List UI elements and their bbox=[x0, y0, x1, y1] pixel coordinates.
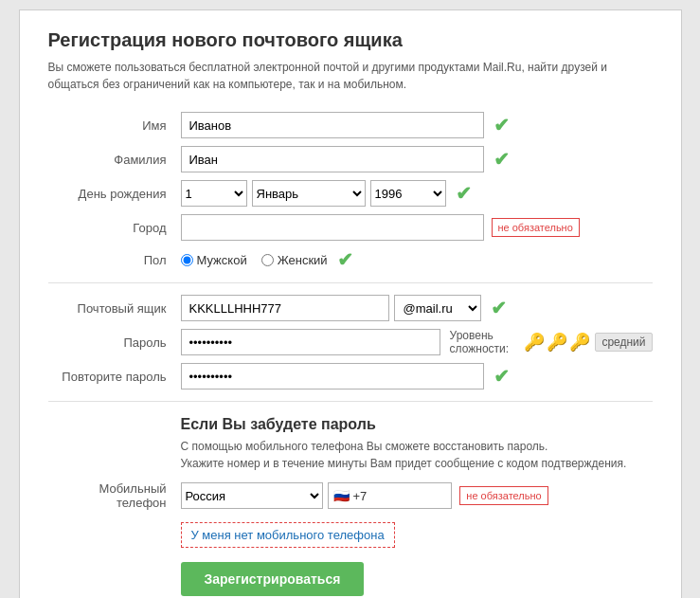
password-input[interactable] bbox=[181, 329, 440, 355]
city-row: Город не обязательно bbox=[48, 214, 653, 241]
phone-number-input[interactable] bbox=[370, 484, 446, 507]
page-title: Регистрация нового почтового ящика bbox=[48, 29, 653, 51]
confirm-password-check: ✔ bbox=[494, 365, 510, 388]
last-name-row: Фамилия ✔ bbox=[48, 146, 653, 172]
dob-check: ✔ bbox=[456, 182, 472, 205]
password-row: Пароль Уровень сложности: 🔑 🔑 🔑 средний bbox=[48, 329, 653, 355]
confirm-password-input[interactable] bbox=[181, 363, 484, 390]
gender-male-label[interactable]: Мужской bbox=[181, 253, 247, 267]
email-row: Почтовый ящик @mail.ru @inbox.ru @list.r… bbox=[48, 295, 653, 321]
page-subtitle: Вы сможете пользоваться бесплатной элект… bbox=[48, 59, 653, 93]
phone-country-select[interactable]: Россия Украина Беларусь Казахстан bbox=[181, 482, 323, 509]
email-check: ✔ bbox=[491, 297, 507, 319]
password-label: Пароль bbox=[48, 335, 181, 350]
gender-male-radio[interactable] bbox=[181, 254, 193, 266]
gender-female-radio[interactable] bbox=[261, 254, 274, 266]
email-input[interactable] bbox=[181, 295, 389, 321]
strength-text: Уровень сложности: bbox=[450, 329, 520, 355]
gender-row: Пол Мужской Женский ✔ bbox=[48, 248, 653, 271]
last-name-label: Фамилия bbox=[48, 153, 181, 167]
gender-label: Пол bbox=[48, 253, 181, 267]
no-phone-container: У меня нет мобильного телефона bbox=[48, 517, 653, 548]
russia-flag-icon: 🇷🇺 bbox=[333, 488, 350, 503]
phone-prefix-container: 🇷🇺 +7 bbox=[328, 482, 453, 509]
strength-icons: 🔑 🔑 🔑 bbox=[524, 332, 590, 353]
phone-row: Мобильный телефон Россия Украина Беларус… bbox=[48, 481, 653, 510]
last-name-input[interactable] bbox=[181, 146, 484, 172]
strength-icon-1: 🔑 bbox=[524, 332, 545, 353]
gender-male-text: Мужской bbox=[197, 253, 247, 267]
divider-1 bbox=[48, 282, 653, 283]
first-name-check: ✔ bbox=[494, 114, 510, 136]
strength-icon-3: 🔑 bbox=[569, 332, 590, 353]
submit-button[interactable]: Зарегистрироваться bbox=[181, 562, 365, 596]
phone-fields: Россия Украина Беларусь Казахстан 🇷🇺 +7 bbox=[181, 482, 453, 509]
divider-2 bbox=[48, 401, 653, 402]
gender-check: ✔ bbox=[337, 248, 353, 271]
city-input[interactable] bbox=[181, 214, 484, 241]
first-name-row: Имя ✔ bbox=[48, 112, 653, 138]
first-name-label: Имя bbox=[48, 118, 181, 133]
last-name-check: ✔ bbox=[494, 148, 510, 171]
email-label: Почтовый ящик bbox=[48, 301, 181, 316]
gender-radio-group: Мужской Женский bbox=[181, 253, 328, 267]
first-name-input[interactable] bbox=[181, 112, 484, 138]
registration-form: Регистрация нового почтового ящика Вы см… bbox=[19, 9, 682, 598]
recovery-desc-line2: Укажите номер и в течение минуты Вам при… bbox=[181, 457, 627, 470]
strength-level: средний bbox=[595, 333, 652, 352]
confirm-password-row: Повторите пароль ✔ bbox=[48, 363, 653, 390]
strength-icon-2: 🔑 bbox=[547, 332, 567, 353]
city-label: Город bbox=[48, 221, 181, 235]
recovery-title: Если Вы забудете пароль bbox=[48, 416, 653, 433]
recovery-desc: С помощью мобильного телефона Вы сможете… bbox=[48, 438, 653, 472]
dob-selects: 12345 678910 1112131415 1617181920 21222… bbox=[181, 180, 446, 207]
confirm-password-label: Повторите пароль bbox=[48, 370, 181, 384]
gender-female-text: Женский bbox=[278, 253, 328, 267]
email-fields: @mail.ru @inbox.ru @list.ru @bk.ru bbox=[181, 295, 481, 321]
email-domain-select[interactable]: @mail.ru @inbox.ru @list.ru @bk.ru bbox=[394, 295, 481, 321]
dob-row: День рождения 12345 678910 1112131415 16… bbox=[48, 180, 653, 207]
dob-month-select[interactable]: ЯнварьФевральМартАпрель МайИюньИюльАвгус… bbox=[252, 180, 366, 207]
dob-day-select[interactable]: 12345 678910 1112131415 1617181920 21222… bbox=[181, 180, 247, 207]
no-phone-link[interactable]: У меня нет мобильного телефона bbox=[181, 522, 395, 548]
city-optional-badge: не обязательно bbox=[492, 218, 580, 237]
phone-prefix-text: +7 bbox=[353, 489, 368, 503]
gender-female-label[interactable]: Женский bbox=[261, 253, 328, 267]
dob-label: День рождения bbox=[48, 187, 181, 201]
password-strength: Уровень сложности: 🔑 🔑 🔑 средний bbox=[450, 329, 653, 355]
dob-year-select[interactable]: 19961995199419931992 1990198519801975 bbox=[370, 180, 446, 207]
phone-label: Мобильный телефон bbox=[48, 481, 181, 510]
recovery-desc-line1: С помощью мобильного телефона Вы сможете… bbox=[181, 440, 548, 453]
phone-optional-badge: не обязательно bbox=[459, 486, 547, 505]
